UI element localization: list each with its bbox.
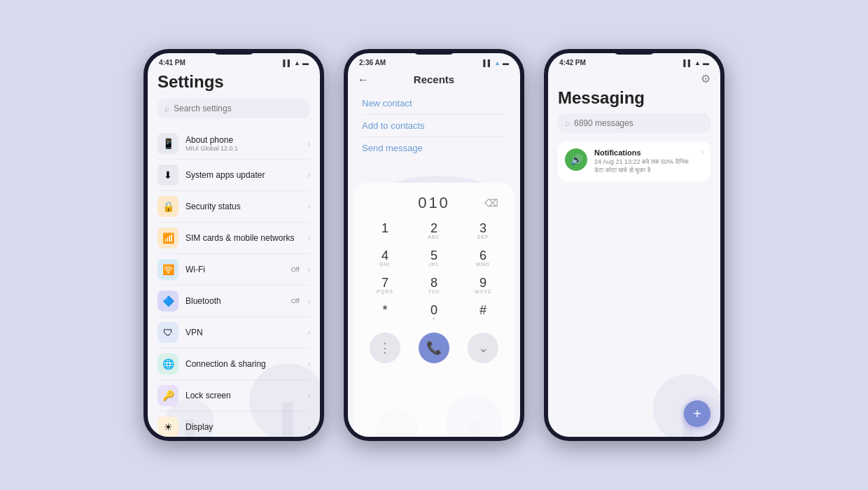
messaging-screen: ⚙ Messaging ⌕ 🔊 Notifications 24 Aug 21 … <box>548 69 720 437</box>
messaging-title: Messaging <box>558 88 710 108</box>
dial-key-0[interactable]: 0+ <box>410 300 458 327</box>
battery-icon-2: ▬ <box>503 59 509 66</box>
system-text: System apps updater <box>186 170 301 180</box>
connection-text: Connection & sharing <box>186 359 301 369</box>
wifi-arrow: › <box>308 266 310 274</box>
settings-item-sim[interactable]: 📶 SIM cards & mobile networks › <box>158 223 310 254</box>
notification-title: Notifications <box>594 148 694 157</box>
battery-icon-3: ▬ <box>703 59 709 66</box>
settings-title: Settings <box>158 72 310 92</box>
dial-key-8[interactable]: 8TUV <box>410 272 458 300</box>
compose-fab-button[interactable]: + <box>684 400 710 427</box>
status-time-1: 4:41 PM <box>159 59 186 66</box>
message-search-box[interactable]: ⌕ <box>558 113 710 133</box>
phone-dialer: 2:36 AM ▌▌ ▲ ▬ ← Recents New contact Add… <box>344 49 524 441</box>
about-arrow: › <box>308 140 310 148</box>
delete-button[interactable]: ⌫ <box>484 197 500 209</box>
sim-label: SIM cards & mobile networks <box>186 233 301 243</box>
dial-key-9[interactable]: 9WXYZ <box>458 272 507 300</box>
dial-key-2[interactable]: 2ABC <box>410 218 458 245</box>
display-icon: ☀ <box>158 416 178 437</box>
settings-screen: Settings ⌕ 📱 About phone MIUI Global 12.… <box>148 69 320 437</box>
msg-search-input[interactable] <box>574 118 704 128</box>
svg-point-5 <box>375 176 501 183</box>
dial-key-6[interactable]: 6MNO <box>458 245 507 272</box>
settings-list: 📱 About phone MIUI Global 12.0.1 › ⬇ Sys… <box>158 128 310 437</box>
display-label: Display <box>186 422 301 432</box>
notch-1 <box>213 49 255 55</box>
vpn-label: VPN <box>186 328 301 337</box>
new-contact-action[interactable]: New contact <box>362 92 506 115</box>
recents-title: Recents <box>414 74 454 85</box>
settings-item-lockscreen[interactable]: 🔑 Lock screen › <box>158 380 310 412</box>
settings-gear-icon[interactable]: ⚙ <box>701 72 710 85</box>
cloud-area <box>348 162 520 183</box>
dial-key-7[interactable]: 7PQRS <box>360 272 410 300</box>
lockscreen-icon: 🔑 <box>158 385 178 406</box>
msg-search-icon: ⌕ <box>565 118 570 128</box>
status-bar-2: 2:36 AM ▌▌ ▲ ▬ <box>348 53 520 69</box>
dialpad-actions: ⋮ 📞 ⌄ <box>354 327 514 369</box>
notch-2 <box>413 49 455 55</box>
phone-settings: 4:41 PM ▌▌ ▲ ▬ Settings ⌕ 📱 About phone <box>144 49 324 441</box>
security-text: Security status <box>186 202 301 211</box>
security-icon: 🔒 <box>158 196 178 217</box>
settings-item-vpn[interactable]: 🛡 VPN › <box>158 317 310 349</box>
settings-item-bluetooth[interactable]: 🔷 Bluetooth Off › <box>158 286 310 317</box>
settings-item-about[interactable]: 📱 About phone MIUI Global 12.0.1 › <box>158 128 310 160</box>
settings-item-wifi[interactable]: 🛜 Wi-Fi Off › <box>158 254 310 286</box>
dial-key-1[interactable]: 1 <box>360 218 410 245</box>
wifi-label: Wi-Fi <box>186 265 284 274</box>
lockscreen-label: Lock screen <box>186 391 301 400</box>
signal-icon-2: ▌▌ <box>483 59 492 66</box>
battery-icon-1: ▬ <box>302 59 309 66</box>
dial-key-hash[interactable]: # <box>458 300 507 327</box>
search-box[interactable]: ⌕ <box>158 99 310 118</box>
wifi-status-icon-3: ▲ <box>694 59 701 66</box>
display-arrow: › <box>308 424 310 431</box>
more-options-button[interactable]: ⋮ <box>370 332 400 363</box>
dial-number-text: 010 <box>418 194 450 211</box>
status-time-3: 4:42 PM <box>559 59 586 66</box>
vpn-icon: 🛡 <box>158 322 178 343</box>
display-text: Display <box>186 422 301 432</box>
dialpad-container: 010 ⌫ 1 2ABC 3DEF 4GHI 5JKL 6MNO 7PQRS 8… <box>354 183 514 437</box>
bluetooth-label: Bluetooth <box>186 296 284 306</box>
about-icon: 📱 <box>158 133 178 154</box>
connection-icon: 🌐 <box>158 354 178 374</box>
wifi-status: Off <box>291 266 300 273</box>
messaging-header: ⚙ <box>558 69 710 88</box>
lockscreen-text: Lock screen <box>186 391 301 400</box>
connection-arrow: › <box>308 360 310 368</box>
back-button[interactable]: ← <box>358 74 369 86</box>
system-arrow: › <box>308 172 310 179</box>
dial-key-4[interactable]: 4GHI <box>360 245 410 272</box>
sim-icon: 📶 <box>158 227 178 248</box>
settings-item-connection[interactable]: 🌐 Connection & sharing › <box>158 349 310 380</box>
security-label: Security status <box>186 202 301 211</box>
wifi-text: Wi-Fi <box>186 265 284 274</box>
dial-key-5[interactable]: 5JKL <box>410 245 458 272</box>
send-message-action[interactable]: Send message <box>362 137 506 159</box>
signal-icon-3: ▌▌ <box>683 59 692 66</box>
bluetooth-status: Off <box>291 298 300 304</box>
call-button[interactable]: 📞 <box>419 332 449 363</box>
connection-label: Connection & sharing <box>186 359 301 369</box>
about-label: About phone <box>186 135 301 145</box>
settings-item-display[interactable]: ☀ Display › <box>158 412 310 437</box>
search-input[interactable] <box>174 104 303 113</box>
settings-item-security[interactable]: 🔒 Security status › <box>158 191 310 223</box>
settings-item-system[interactable]: ⬇ System apps updater › <box>158 160 310 191</box>
sim-text: SIM cards & mobile networks <box>186 233 301 243</box>
notification-card[interactable]: 🔊 Notifications 24 Aug 21 13:22 बजे तक 5… <box>558 141 710 181</box>
add-to-contacts-action[interactable]: Add to contacts <box>362 115 506 137</box>
hide-dialpad-button[interactable]: ⌄ <box>468 332 498 363</box>
recents-header: ← Recents <box>348 69 520 90</box>
notification-icon: 🔊 <box>565 148 587 171</box>
bluetooth-icon: 🔷 <box>158 290 178 312</box>
dial-key-star[interactable]: *· <box>360 300 410 327</box>
notification-text: Notifications 24 Aug 21 13:22 बजे तक 50%… <box>594 148 694 174</box>
dial-key-3[interactable]: 3DEF <box>458 218 507 245</box>
about-sublabel: MIUI Global 12.0.1 <box>186 145 301 152</box>
system-icon: ⬇ <box>158 164 178 186</box>
